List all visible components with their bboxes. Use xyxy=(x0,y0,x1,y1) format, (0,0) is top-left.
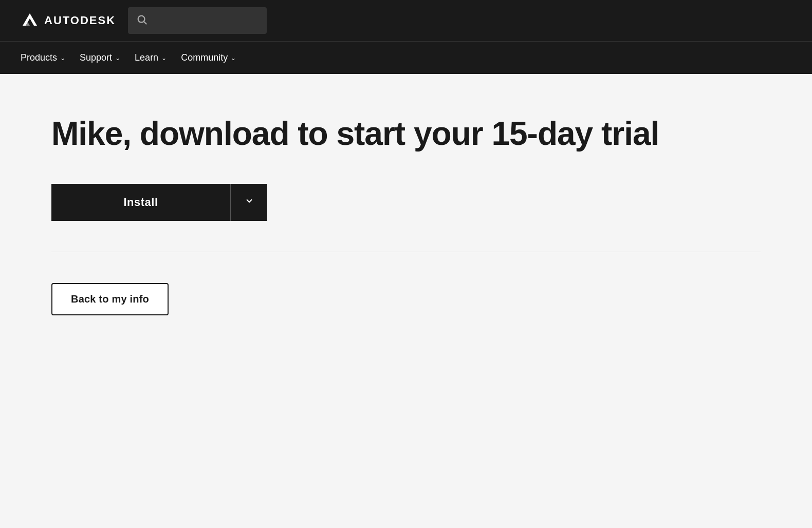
nav-label-support: Support xyxy=(80,52,112,63)
page-heading: Mike, download to start your 15-day tria… xyxy=(51,115,761,153)
chevron-down-icon-install xyxy=(244,196,254,209)
section-divider xyxy=(51,252,761,252)
chevron-down-icon-community: ⌄ xyxy=(231,54,236,62)
nav-item-support[interactable]: Support ⌄ xyxy=(80,42,135,74)
install-dropdown-button[interactable] xyxy=(230,184,267,221)
autodesk-logo-icon xyxy=(21,11,39,30)
install-button[interactable]: Install xyxy=(51,184,230,221)
install-button-group: Install xyxy=(51,184,267,221)
logo-area: AUTODESK xyxy=(21,11,116,30)
main-content: Mike, download to start your 15-day tria… xyxy=(0,74,812,528)
autodesk-logo-text: AUTODESK xyxy=(44,14,116,27)
top-bar: AUTODESK xyxy=(0,0,812,41)
nav-label-products: Products xyxy=(21,52,57,63)
nav-item-products[interactable]: Products ⌄ xyxy=(21,42,80,74)
search-input[interactable] xyxy=(128,7,267,34)
chevron-down-icon-support: ⌄ xyxy=(115,54,120,62)
nav-item-community[interactable]: Community ⌄ xyxy=(181,42,250,74)
chevron-down-icon-learn: ⌄ xyxy=(161,54,167,62)
search-wrapper xyxy=(128,7,447,34)
nav-label-learn: Learn xyxy=(135,52,158,63)
nav-label-community: Community xyxy=(181,52,228,63)
chevron-down-icon-products: ⌄ xyxy=(60,54,65,62)
back-to-my-info-button[interactable]: Back to my info xyxy=(51,283,169,315)
nav-item-learn[interactable]: Learn ⌄ xyxy=(135,42,181,74)
secondary-nav: Products ⌄ Support ⌄ Learn ⌄ Community ⌄ xyxy=(0,41,812,74)
